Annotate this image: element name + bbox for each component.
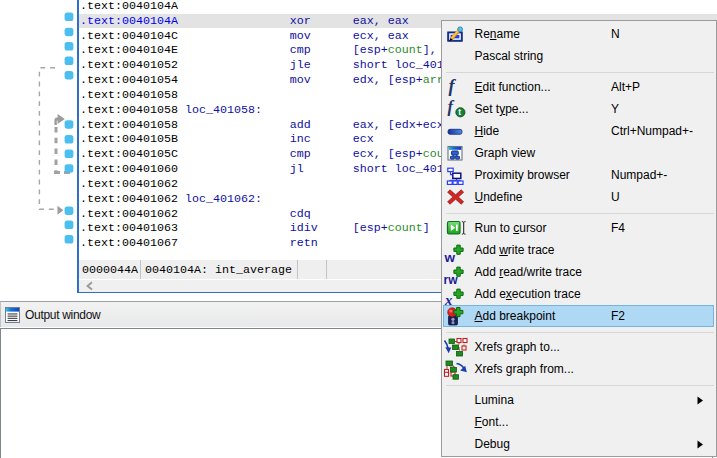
svg-text:f: f	[447, 97, 454, 116]
svg-text:t: t	[458, 107, 461, 117]
svg-text:f: f	[448, 76, 456, 96]
